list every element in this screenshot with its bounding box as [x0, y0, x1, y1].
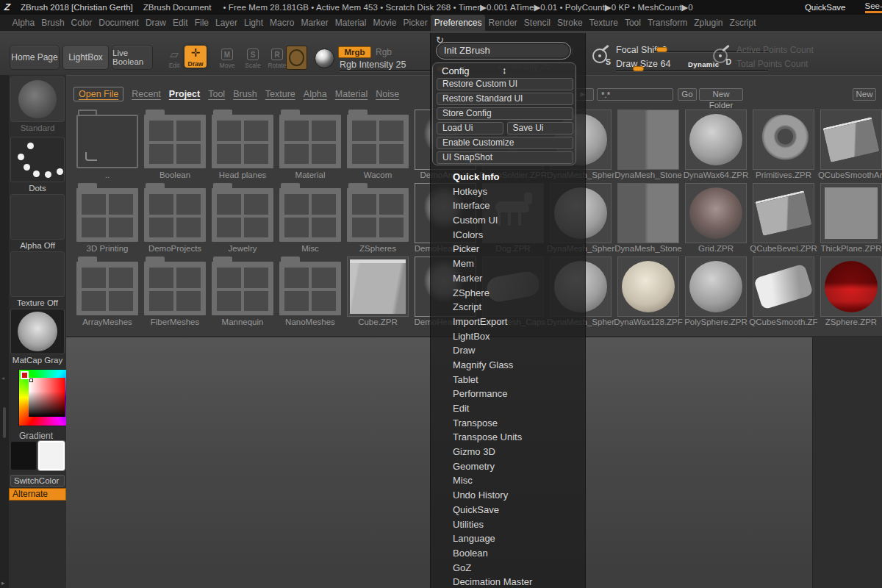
tool-edit-button[interactable]: ▱Edit	[163, 47, 185, 69]
lightbox-item-qcubesmoothan[interactable]: QCubeSmoothAn	[817, 108, 882, 182]
lightbox-item-jewelry[interactable]: Jewelry	[209, 182, 276, 255]
shelf-item-matcap-gray[interactable]: MatCap Gray	[10, 309, 65, 365]
folder-thumbnail[interactable]	[212, 110, 273, 170]
right-tray[interactable]	[812, 337, 882, 588]
shelf-item-alpha-off[interactable]: Alpha Off	[10, 194, 65, 251]
menu-zscript[interactable]: Zscript	[726, 15, 759, 31]
menu-macro[interactable]: Macro	[267, 15, 298, 31]
mrgb-button[interactable]: Mrgb	[338, 46, 371, 58]
sphere-thumbnail[interactable]	[685, 257, 747, 317]
pref-item-picker[interactable]: Picker	[431, 242, 587, 257]
tab-project[interactable]: Project	[169, 89, 200, 99]
pref-item-utilities[interactable]: Utilities	[431, 517, 587, 532]
lightbox-item-zsphere-zpr[interactable]: ZSphere.ZPR	[817, 255, 882, 329]
pref-item-quick-info[interactable]: Quick Info	[431, 170, 587, 184]
shelf-item-texture-off[interactable]: Texture Off	[10, 251, 65, 308]
init-zbrush-button[interactable]: Init ZBrush	[436, 42, 571, 60]
menu-tool[interactable]: Tool	[621, 15, 644, 31]
pref-item-zscript[interactable]: Zscript	[431, 300, 587, 315]
menu-texture[interactable]: Texture	[586, 15, 621, 31]
see-through-slider[interactable]: See-t	[865, 1, 882, 13]
menu-material[interactable]: Material	[331, 15, 370, 31]
tool-scale-button[interactable]: SScale	[242, 47, 264, 69]
menu-picker[interactable]: Picker	[400, 15, 431, 31]
pref-item-lightbox[interactable]: LightBox	[431, 329, 587, 344]
tool-rotate-button[interactable]: RRotate	[266, 47, 288, 69]
lightbox-item-thickplane-zpr[interactable]: ThickPlane.ZPR	[817, 182, 882, 255]
new-button[interactable]: New	[853, 88, 876, 101]
pref-item-decimation-master[interactable]: Decimation Master	[431, 575, 587, 588]
tray-expand-icon[interactable]: ▸	[1, 579, 5, 587]
lightbox-item-primitives-zpr[interactable]: Primitives.ZPR	[750, 108, 817, 182]
lightbox-item-nanomeshes[interactable]: NanoMeshes	[276, 255, 344, 329]
lightbox-item-qcubebevel-zpr[interactable]: QCubeBevel.ZPR	[750, 182, 817, 255]
main-color-swatch[interactable]	[10, 441, 37, 470]
lightbox-item-qcubesmooth-zf[interactable]: QCubeSmooth.ZF	[750, 255, 817, 329]
filter-input[interactable]	[597, 88, 673, 101]
lightbox-item-wacom[interactable]: Wacom	[344, 108, 412, 182]
lightbox-button[interactable]: LightBox	[62, 45, 109, 70]
tab-open-file[interactable]: Open File	[74, 87, 123, 101]
config-header[interactable]: Config	[442, 65, 470, 76]
menu-transform[interactable]: Transform	[644, 15, 690, 31]
lightbox-item-grid-zpr[interactable]: Grid.ZPR	[682, 182, 750, 255]
lightbox-item-misc[interactable]: Misc	[276, 182, 344, 255]
pref-item-misc[interactable]: Misc	[431, 473, 587, 488]
sphere-cream-thumbnail[interactable]	[617, 257, 679, 317]
pref-item-hotkeys[interactable]: Hotkeys	[431, 184, 587, 199]
lightbox-item-zspheres[interactable]: ZSpheres	[344, 182, 412, 255]
folder-thumbnail[interactable]	[144, 110, 206, 170]
menu-stroke[interactable]: Stroke	[553, 15, 586, 31]
pref-item-transpose[interactable]: Transpose	[431, 416, 587, 431]
dots-thumbnail[interactable]	[10, 137, 65, 182]
lightbox-item-dynamesh-stone[interactable]: DynaMesh_Stone	[614, 182, 682, 255]
pref-item-boolean[interactable]: Boolean	[431, 546, 587, 561]
folder-thumbnail[interactable]	[76, 183, 138, 243]
pref-item-custom-ui[interactable]: Custom UI	[431, 213, 587, 228]
folder-thumbnail[interactable]	[144, 257, 206, 317]
folder-thumbnail[interactable]	[76, 257, 138, 317]
lightbox-item-boolean[interactable]: Boolean	[141, 108, 209, 182]
color-picker-selector[interactable]	[21, 371, 29, 379]
lightbox-item-dynamesh-stone[interactable]: DynaMesh_Stone	[614, 108, 682, 182]
menu-light[interactable]: Light	[241, 15, 267, 31]
pref-item-goz[interactable]: GoZ	[431, 561, 587, 576]
pref-item-language[interactable]: Language	[431, 531, 587, 546]
folder-thumbnail[interactable]	[212, 183, 273, 243]
pref-item-edit[interactable]: Edit	[431, 401, 587, 416]
dynamic-gauge-icon[interactable]: D	[713, 49, 728, 63]
stroke-gauge-icon[interactable]: S	[592, 49, 607, 63]
config-store-config-button[interactable]: Store Config	[437, 107, 573, 120]
tube-thumbnail[interactable]	[753, 110, 814, 170]
lightbox-item-3d-printing[interactable]: 3D Printing	[74, 182, 141, 255]
config-restore-standard-ui-button[interactable]: Restore Standard UI	[437, 93, 573, 105]
sphere-tex-thumbnail[interactable]	[685, 183, 747, 243]
new-folder-button[interactable]: New Folder	[699, 88, 743, 101]
lightbox-item-head-planes[interactable]: Head planes	[209, 108, 276, 182]
tab-noise[interactable]: Noise	[376, 89, 399, 99]
quicksave-button[interactable]: QuickSave	[805, 3, 846, 12]
menu-brush[interactable]: Brush	[38, 15, 68, 31]
pref-item-icolors[interactable]: IColors	[431, 228, 587, 243]
tab-brush[interactable]: Brush	[233, 89, 257, 99]
menu-edit[interactable]: Edit	[169, 15, 191, 31]
lightbox-item-[interactable]: ..	[74, 108, 141, 182]
color-picker[interactable]	[18, 369, 73, 426]
menu-movie[interactable]: Movie	[370, 15, 400, 31]
menu-draw[interactable]: Draw	[142, 15, 169, 31]
pref-item-undo-history[interactable]: Undo History	[431, 488, 587, 503]
pref-item-tablet[interactable]: Tablet	[431, 373, 587, 387]
focal-shift-handle[interactable]	[656, 47, 667, 52]
shelf-item-dots[interactable]: Dots	[10, 137, 65, 193]
pref-item-importexport[interactable]: ImportExport	[431, 315, 587, 329]
folder-thumbnail[interactable]	[279, 110, 341, 170]
sphere-red-thumbnail[interactable]	[820, 257, 882, 317]
plane-thumbnail[interactable]	[820, 183, 882, 243]
tray-scrollbar[interactable]	[3, 407, 6, 438]
pref-item-geometry[interactable]: Geometry	[431, 459, 587, 474]
brush-radius-icon[interactable]	[286, 46, 307, 70]
alternate-button[interactable]: Alternate	[9, 488, 66, 501]
config-ui-snapshot-button[interactable]: UI SnapShot	[437, 151, 573, 164]
live-boolean-button[interactable]: Live Boolean	[112, 45, 153, 70]
lightbox-item-polysphere-zpr[interactable]: PolySphere.ZPR	[682, 255, 750, 329]
